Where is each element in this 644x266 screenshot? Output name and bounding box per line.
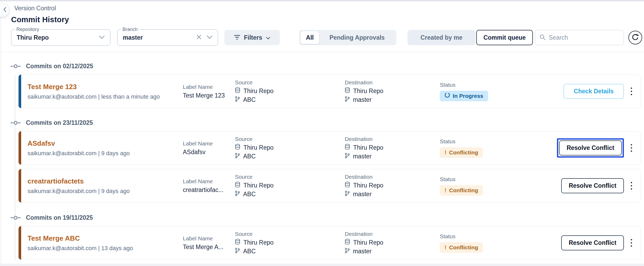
source-branch: ABC — [243, 96, 256, 103]
destination-label: Destination — [345, 231, 440, 237]
tab-all[interactable]: All — [301, 31, 319, 44]
refresh-button[interactable] — [628, 31, 642, 44]
card-actions: Resolve Conflict — [551, 131, 633, 164]
page-header: Version Control Commit History — [0, 0, 644, 24]
search-input[interactable] — [549, 34, 619, 41]
git-branch-icon — [235, 248, 240, 255]
repository-select[interactable]: Repository Thiru Repo — [11, 29, 110, 46]
toolbar-divider — [0, 52, 644, 52]
commit-section: Commits on 02/12/2025 Test Merge 123 sai… — [0, 62, 644, 108]
branch-select[interactable]: Branch master — [117, 29, 218, 46]
chevron-down-icon — [266, 34, 270, 41]
commit-meta: saikumar.k@autorabit.com | 13 days ago — [28, 245, 183, 252]
card-actions: Resolve Conflict — [551, 226, 633, 259]
status-label: Status — [440, 233, 551, 240]
destination-repo: Thiru Repo — [353, 144, 383, 151]
git-branch-icon — [345, 96, 350, 103]
label-name-column: Label Name ASdafsv — [183, 131, 235, 164]
section-heading: Commits on 02/12/2025 — [11, 62, 644, 70]
status-text: Conflicting — [449, 149, 478, 156]
git-branch-icon — [235, 153, 240, 160]
label-name-label: Label Name — [183, 178, 235, 185]
commit-meta: saikumar.k@autorabit.com | less than a m… — [28, 93, 183, 100]
search-icon — [539, 34, 546, 41]
destination-column: Destination Thiru Repo master — [345, 226, 440, 259]
label-name-label: Label Name — [183, 235, 235, 242]
label-name-label: Label Name — [183, 140, 235, 147]
resolve-conflict-button[interactable]: Resolve Conflict — [561, 178, 624, 193]
source-repo: Thiru Repo — [243, 182, 274, 189]
destination-branch: master — [353, 96, 371, 103]
git-branch-icon — [345, 153, 350, 160]
commit-title-link[interactable]: Test Merge 123 — [28, 83, 183, 91]
spinner-icon — [445, 93, 450, 99]
commit-title-link[interactable]: Test Merge ABC — [28, 234, 183, 242]
git-branch-icon — [235, 191, 240, 198]
clear-x-icon[interactable] — [197, 35, 201, 40]
chevron-down-icon[interactable] — [207, 35, 212, 40]
destination-label: Destination — [345, 174, 440, 180]
source-label: Source — [235, 79, 345, 86]
status-column: Status ! Conflicting — [440, 131, 551, 164]
page-title: Commit History — [11, 15, 633, 24]
label-name-value: Test Merge 123 — [183, 92, 235, 99]
database-icon — [235, 182, 240, 189]
commit-card: ASdafsv saikumar.k@autorabit.com | 9 day… — [19, 131, 641, 165]
source-column: Source Thiru Repo ABC — [235, 131, 345, 164]
timeline-node-icon — [11, 216, 21, 221]
source-repo: Thiru Repo — [243, 239, 274, 246]
filters-button[interactable]: Filters — [224, 30, 280, 45]
kebab-menu-icon[interactable] — [630, 180, 633, 191]
destination-label: Destination — [345, 79, 440, 86]
commit-title-link[interactable]: ASdafsv — [28, 139, 183, 148]
source-repo: Thiru Repo — [243, 144, 274, 151]
commit-section: Commits on 19/11/2025 Test Merge ABC sai… — [0, 214, 644, 260]
tab-pending-approvals[interactable]: Pending Approvals — [319, 31, 395, 44]
exclamation-icon: ! — [445, 149, 446, 156]
created-by-me-button[interactable]: Created by me — [407, 30, 475, 45]
kebab-menu-icon[interactable] — [630, 237, 633, 248]
commit-section: Commits on 23/11/2025 ASdafsv saikumar.k… — [0, 119, 644, 203]
status-column: Status ! Conflicting — [440, 169, 551, 202]
branch-value: master — [123, 34, 143, 41]
resolve-conflict-button[interactable]: Resolve Conflict — [559, 140, 622, 155]
commit-meta: saikumar.k@autorabit.com | 9 days ago — [28, 150, 183, 157]
approvals-segmented-control: All Pending Approvals — [299, 30, 396, 45]
database-icon — [345, 239, 350, 246]
destination-column: Destination Thiru Repo master — [345, 75, 440, 108]
status-text: Conflicting — [449, 244, 478, 251]
source-label: Source — [235, 231, 345, 237]
destination-label: Destination — [345, 136, 440, 142]
exclamation-icon: ! — [445, 244, 446, 251]
label-name-label: Label Name — [183, 84, 235, 90]
timeline-node-icon — [11, 64, 21, 69]
destination-branch: master — [353, 153, 371, 160]
label-name-column: Label Name Test Merge 123 — [183, 75, 235, 108]
destination-repo: Thiru Repo — [353, 239, 383, 246]
source-column: Source Thiru Repo ABC — [235, 75, 345, 108]
status-column: Status In Progress — [440, 75, 551, 108]
status-column: Status ! Conflicting — [440, 226, 551, 259]
commit-queue-button[interactable]: Commit queue — [476, 30, 533, 45]
resolve-conflict-button[interactable]: Resolve Conflict — [561, 235, 624, 250]
source-branch: ABC — [243, 153, 256, 160]
search-box[interactable] — [535, 30, 624, 45]
card-actions: Check Details — [551, 75, 633, 108]
check-details-button[interactable]: Check Details — [564, 84, 624, 99]
commit-title-link[interactable]: creatrartiofactets — [28, 177, 183, 185]
timeline-line — [15, 75, 15, 260]
chevron-down-icon[interactable] — [99, 35, 105, 40]
commit-card: Test Merge 123 saikumar.k@autorabit.com … — [19, 75, 641, 108]
status-badge: ! Conflicting — [440, 147, 483, 158]
section-heading-text: Commits on 23/11/2025 — [26, 119, 93, 126]
kebab-menu-icon[interactable] — [630, 86, 633, 97]
destination-repo: Thiru Repo — [353, 88, 383, 95]
status-text: In Progress — [453, 93, 483, 99]
git-branch-icon — [235, 96, 240, 103]
breadcrumb: Version Control — [14, 5, 633, 12]
destination-branch: master — [353, 191, 371, 198]
section-heading-text: Commits on 19/11/2025 — [26, 214, 93, 221]
kebab-menu-icon[interactable] — [630, 143, 633, 153]
source-label: Source — [235, 136, 345, 142]
destination-branch: master — [353, 248, 371, 255]
